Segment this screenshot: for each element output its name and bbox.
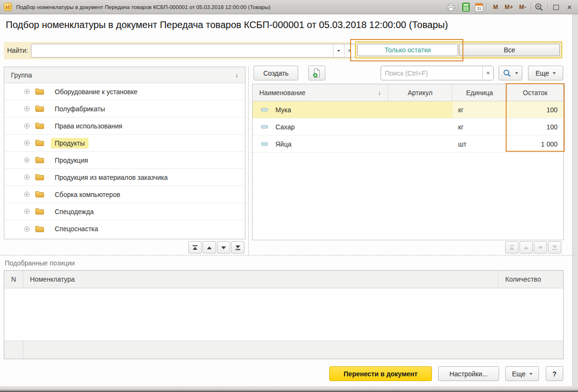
folder-icon <box>35 191 44 198</box>
maximize-icon <box>553 5 559 10</box>
expand-icon[interactable] <box>24 123 30 129</box>
find-dropdown-button[interactable] <box>333 44 344 57</box>
document-plus-icon <box>313 68 321 78</box>
help-button[interactable]: ? <box>546 366 563 381</box>
column-header-nomenclature[interactable]: Номенклатура <box>23 271 499 288</box>
cell-article <box>388 101 452 118</box>
title-bar[interactable]: 1С Подбор номенклатуры в документ Переда… <box>0 0 578 14</box>
expand-icon[interactable] <box>24 140 30 146</box>
arrow-down-icon <box>538 245 543 250</box>
memory-recall-button[interactable]: M <box>491 2 500 12</box>
window-title: Подбор номенклатуры в документ Передача … <box>16 0 271 14</box>
expand-icon[interactable] <box>24 208 30 215</box>
column-stock-label: Остаток <box>523 89 548 97</box>
window-frame-bottom <box>0 386 578 392</box>
tree-item[interactable]: Спецоснастка <box>4 220 245 237</box>
tree-item[interactable]: Полуфабрикаты <box>4 100 245 118</box>
expand-icon[interactable] <box>24 157 30 163</box>
calculator-icon <box>462 2 470 12</box>
tree-item-label: Права использования <box>55 122 122 130</box>
list-search-clear-button[interactable]: ✕ <box>482 66 493 80</box>
column-header-article[interactable]: Артикул <box>388 84 452 101</box>
find-input[interactable] <box>31 44 333 57</box>
items-table-header: Наименование ↓ Артикул Единица Остаток <box>253 84 563 101</box>
list-more-button[interactable]: Еще <box>528 66 563 80</box>
tree-nav-bar <box>188 241 245 254</box>
chevron-down-icon <box>553 72 556 74</box>
zoom-button[interactable] <box>533 2 545 12</box>
picked-table-footer-row <box>4 341 563 359</box>
calculator-button[interactable] <box>460 2 471 12</box>
list-search-input[interactable] <box>381 66 482 80</box>
chevron-down-icon <box>529 373 532 375</box>
go-bottom-icon <box>235 245 241 250</box>
table-row-selected[interactable]: Мука кг 100 <box>253 101 563 118</box>
expand-icon[interactable] <box>24 88 30 95</box>
close-button[interactable]: ✕ <box>564 2 575 12</box>
calendar-button[interactable]: 31 <box>474 2 484 12</box>
maximize-button[interactable] <box>550 2 562 12</box>
arrow-up-icon <box>206 245 212 250</box>
tree-column-header[interactable]: Группа ↓ <box>4 67 245 83</box>
only-stock-button[interactable]: Только остатки <box>357 44 458 56</box>
svg-text:31: 31 <box>477 6 481 11</box>
go-next-button[interactable] <box>217 241 230 254</box>
selection-dialog-window: 1С Подбор номенклатуры в документ Переда… <box>0 0 578 392</box>
all-items-button[interactable]: Все <box>459 44 560 56</box>
folder-icon <box>35 105 44 112</box>
column-header-name[interactable]: Наименование ↓ <box>253 84 388 101</box>
folder-icon <box>35 174 44 181</box>
panel-splitter-vertical[interactable] <box>248 67 249 255</box>
list-more-label: Еще <box>536 69 549 77</box>
group-tree-panel: Группа ↓ Оборудование к установке Полуфа… <box>4 67 245 239</box>
footer-nomenclature-cell <box>23 341 563 359</box>
column-unit-label: Единица <box>466 89 493 97</box>
picked-table-body-empty[interactable] <box>4 288 563 341</box>
print-button[interactable] <box>445 2 457 12</box>
table-row[interactable]: Сахар кг 100 <box>253 118 563 136</box>
tree-item[interactable]: Продукция <box>4 152 245 169</box>
tree-item-selected[interactable]: Продукты <box>4 135 245 152</box>
tree-item[interactable]: Права использования <box>4 118 245 135</box>
column-header-stock[interactable]: Остаток <box>507 84 563 101</box>
create-group-button[interactable] <box>308 66 325 80</box>
search-settings-button[interactable] <box>499 66 522 80</box>
1c-logo-icon: 1С <box>4 3 12 11</box>
cell-stock: 100 <box>507 118 563 135</box>
tree-item[interactable]: Продукция из материалов заказчика <box>4 169 245 186</box>
memory-subtract-button[interactable]: M- <box>517 2 529 12</box>
clear-icon: ✕ <box>348 48 352 53</box>
expand-icon[interactable] <box>24 174 30 180</box>
footer-n-cell <box>4 341 23 359</box>
tree-item[interactable]: Спецодежда <box>4 203 245 220</box>
cell-article <box>388 136 452 152</box>
magnifier-icon <box>503 69 511 78</box>
create-button[interactable]: Создать <box>254 66 298 80</box>
tree-item[interactable]: Оборудование к установке <box>4 83 245 100</box>
sort-descending-icon: ↓ <box>378 89 382 96</box>
column-header-quantity[interactable]: Количество <box>499 271 563 288</box>
go-last-button[interactable] <box>231 241 245 254</box>
go-previous-button[interactable] <box>203 241 216 254</box>
clear-icon: ✕ <box>486 70 490 76</box>
go-first-button[interactable] <box>188 241 202 254</box>
only-stock-label: Только остатки <box>384 46 431 54</box>
column-header-n[interactable]: N <box>4 271 23 288</box>
titlebar-separator <box>458 3 459 11</box>
expand-icon[interactable] <box>24 106 30 112</box>
panel-splitter-horizontal[interactable] <box>0 255 572 255</box>
tree-item[interactable]: Сборка компьютеров <box>4 186 245 203</box>
column-header-unit[interactable]: Единица <box>452 84 507 101</box>
picked-positions-table: N Номенклатура Количество <box>4 270 564 359</box>
expand-icon[interactable] <box>24 226 30 232</box>
cell-name: Сахар <box>253 118 388 135</box>
footer-more-button[interactable]: Еще <box>505 366 539 381</box>
footer-more-label: Еще <box>512 370 526 378</box>
memory-add-button[interactable]: M+ <box>503 2 515 12</box>
table-row[interactable]: Яйца шт 1 000 <box>253 136 563 153</box>
transfer-to-document-button[interactable]: Перенести в документ <box>329 366 432 381</box>
go-last-button <box>548 241 561 254</box>
expand-icon[interactable] <box>24 191 30 197</box>
settings-button[interactable]: Настройки... <box>438 366 499 381</box>
find-clear-button[interactable]: ✕ <box>344 44 355 57</box>
